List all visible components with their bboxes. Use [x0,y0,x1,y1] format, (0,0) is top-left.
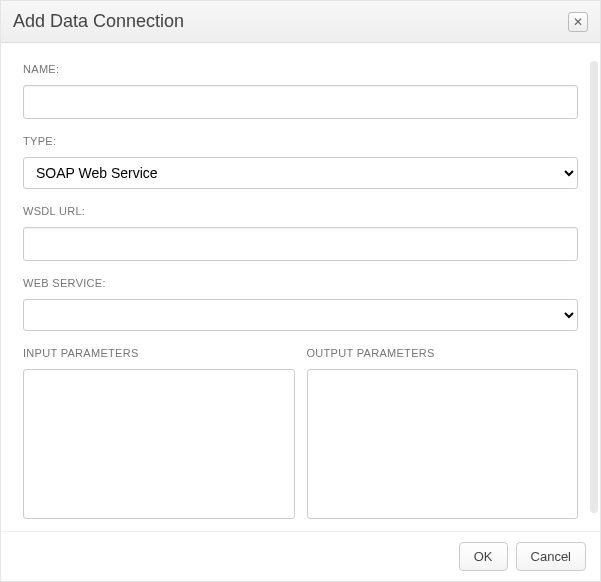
output-parameters-label: OUTPUT PARAMETERS [307,347,579,359]
web-service-label: WEB SERVICE: [23,277,578,289]
type-label: TYPE: [23,135,578,147]
scrollbar-track[interactable] [590,61,598,513]
add-data-connection-dialog: Add Data Connection ✕ NAME: TYPE: SOAP W… [0,0,601,582]
wsdl-url-label: WSDL URL: [23,205,578,217]
parameters-row: INPUT PARAMETERS OUTPUT PARAMETERS [23,347,578,519]
input-parameters-box[interactable] [23,369,295,519]
wsdl-url-input[interactable] [23,227,578,261]
dialog-content: NAME: TYPE: SOAP Web Service WSDL URL: W… [1,43,600,531]
name-input[interactable] [23,85,578,119]
web-service-select[interactable] [23,299,578,331]
input-parameters-label: INPUT PARAMETERS [23,347,295,359]
output-parameters-box[interactable] [307,369,579,519]
ok-button[interactable]: OK [459,542,508,571]
dialog-content-wrap: NAME: TYPE: SOAP Web Service WSDL URL: W… [1,43,600,531]
type-select[interactable]: SOAP Web Service [23,157,578,189]
input-parameters-column: INPUT PARAMETERS [23,347,295,519]
close-button[interactable]: ✕ [568,12,588,32]
name-label: NAME: [23,63,578,75]
dialog-titlebar: Add Data Connection ✕ [1,1,600,43]
dialog-title: Add Data Connection [13,11,184,32]
cancel-button[interactable]: Cancel [516,542,586,571]
close-icon: ✕ [573,16,583,28]
dialog-footer: OK Cancel [1,531,600,581]
output-parameters-column: OUTPUT PARAMETERS [307,347,579,519]
